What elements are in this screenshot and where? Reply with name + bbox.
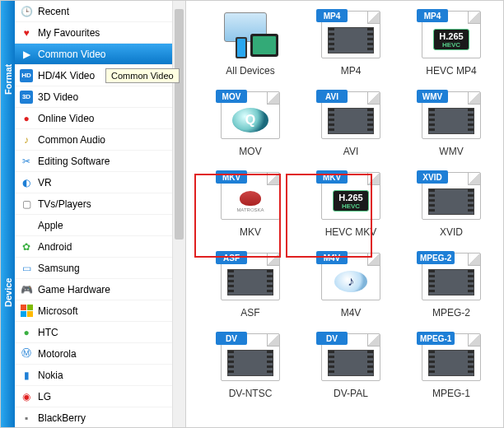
tile-wmv[interactable]: WMVWMV: [410, 91, 492, 157]
tile-label: HEVC MP4: [426, 65, 476, 77]
tile-mp4[interactable]: MP4MP4: [310, 11, 392, 77]
tile-mpeg2[interactable]: MPEG-2MPEG-2: [410, 253, 492, 319]
tile-mpeg1[interactable]: MPEG-1MPEG-1: [410, 333, 492, 399]
sidebar-item-label: LG: [38, 391, 51, 402]
sidebar-scrollbar[interactable]: [172, 1, 185, 427]
dv-ntsc-badge: DV: [216, 332, 247, 345]
format-grid: All DevicesMP4MP4MP4H.265HEVCHEVC MP4MOV…: [186, 1, 503, 409]
content-pane: All DevicesMP4MP4MP4H.265HEVCHEVC MP4MOV…: [186, 1, 503, 427]
blackberry-icon: ▪: [20, 412, 33, 425]
vr-icon: ◐: [20, 176, 33, 189]
tile-xvid[interactable]: XVIDXVID: [410, 172, 492, 238]
mpeg1-thumb: MPEG-1: [422, 333, 481, 381]
sidebar-item-3d-video[interactable]: 3D3D Video: [15, 86, 172, 108]
mkv-thumb: MKVMATROSKA: [221, 172, 280, 220]
sidebar-item-label: Editing Software: [38, 156, 110, 167]
dv-pal-badge: DV: [316, 332, 348, 345]
mov-badge: MOV: [216, 90, 247, 103]
mpeg1-badge: MPEG-1: [417, 332, 455, 345]
tile-dv-pal[interactable]: DVDV-PAL: [310, 333, 392, 399]
tvs-players-icon: ▢: [20, 198, 33, 211]
sidebar-item-samsung[interactable]: ▭Samsung: [15, 258, 172, 279]
tile-label: MOV: [239, 146, 261, 157]
avi-badge: AVI: [316, 90, 348, 103]
sidebar-item-label: BlackBerry: [38, 412, 86, 424]
dv-ntsc-thumb: DV: [221, 333, 280, 381]
sidebar-item-game-hardware[interactable]: 🎮Game Hardware: [15, 279, 172, 300]
sidebar-item-apple[interactable]: Apple: [15, 215, 172, 236]
motorola-icon: Ⓜ: [20, 347, 33, 361]
sidebar-item-label: HTC: [38, 327, 58, 338]
tile-label: All Devices: [226, 65, 274, 77]
sidebar-item-microsoft[interactable]: Microsoft: [15, 300, 172, 322]
sidebar-item-blackberry[interactable]: ▪BlackBerry: [15, 407, 172, 427]
sidebar-item-recent[interactable]: 🕒Recent: [15, 1, 172, 22]
my-favourites-icon: ♥: [20, 26, 33, 40]
sidebar-item-label: Common Audio: [38, 134, 105, 146]
sidebar-item-my-favourites[interactable]: ♥My Favourites: [15, 22, 172, 44]
mpeg2-thumb: MPEG-2: [422, 253, 481, 300]
sidebar-item-label: My Favourites: [38, 27, 100, 39]
online-video-icon: ●: [20, 112, 33, 125]
tile-avi[interactable]: AVIAVI: [310, 91, 392, 157]
tile-label: HEVC MKV: [325, 226, 377, 238]
htc-icon: ●: [20, 326, 33, 339]
tile-label: WMV: [439, 146, 463, 157]
music-note-icon: ♪: [334, 271, 367, 292]
h265-badge-icon: H.265HEVC: [433, 29, 469, 50]
tile-asf[interactable]: ASFASF: [209, 253, 292, 319]
sidebar-item-htc[interactable]: ●HTC: [15, 322, 172, 343]
sidebar-item-tvs-players[interactable]: ▢TVs/Players: [15, 193, 172, 215]
sidebar-item-lg[interactable]: ◉LG: [15, 386, 172, 407]
sidebar-item-label: VR: [38, 177, 52, 188]
recent-icon: 🕒: [20, 5, 33, 18]
tile-label: AVI: [343, 146, 358, 157]
sidebar-item-common-video[interactable]: ▶Common Video: [15, 44, 172, 65]
hevc-mkv-badge: MKV: [316, 170, 348, 184]
tile-mkv[interactable]: MKVMATROSKAMKV: [209, 172, 292, 238]
tile-label: MP4: [341, 65, 362, 77]
sidebar-item-label: Nokia: [38, 370, 63, 381]
tile-hevc-mkv[interactable]: MKVH.265HEVCHEVC MKV: [310, 172, 392, 238]
xvid-badge: XVID: [417, 170, 448, 184]
apple-icon: [20, 219, 33, 232]
mp4-badge: MP4: [316, 9, 348, 22]
asf-badge: ASF: [216, 251, 247, 264]
tile-label: DV-NTSC: [229, 388, 273, 399]
sidebar-item-online-video[interactable]: ●Online Video: [15, 108, 172, 129]
sidebar-device-group: ✂Editing Software◐VR▢TVs/PlayersApple✿An…: [15, 151, 185, 427]
sidebar-item-label: Recent: [38, 6, 69, 17]
tile-all-devices[interactable]: All Devices: [209, 11, 292, 77]
sidebar-item-vr[interactable]: ◐VR: [15, 172, 172, 193]
samsung-icon: ▭: [20, 262, 33, 275]
asf-thumb: ASF: [221, 253, 280, 300]
dv-pal-thumb: DV: [321, 333, 380, 381]
all-devices-thumb: [221, 11, 280, 58]
tile-dv-ntsc[interactable]: DVDV-NTSC: [209, 333, 292, 399]
tile-hevc-mp4[interactable]: MP4H.265HEVCHEVC MP4: [410, 11, 492, 77]
mov-thumb: MOV: [221, 91, 280, 139]
sidebar-item-nokia[interactable]: ▮Nokia: [15, 365, 172, 386]
sidebar-item-editing-software[interactable]: ✂Editing Software: [15, 151, 172, 172]
tile-m4v[interactable]: M4V♪M4V: [310, 253, 392, 319]
hd-4k-video-icon: HD: [20, 69, 33, 82]
microsoft-icon: [20, 305, 33, 318]
sidebar-item-motorola[interactable]: ⓂMotorola: [15, 343, 172, 365]
sidebar-item-label: 3D Video: [38, 91, 78, 103]
common-audio-icon: ♪: [20, 133, 33, 147]
sidebar-item-label: Android: [38, 241, 72, 253]
hevc-mp4-badge: MP4: [417, 9, 448, 22]
rail-format-label: Format: [1, 1, 15, 157]
sidebar-item-label: TVs/Players: [38, 198, 91, 210]
tile-label: MPEG-2: [432, 307, 470, 319]
tile-mov[interactable]: MOVMOV: [209, 91, 292, 157]
sidebar-item-label: Game Hardware: [38, 284, 110, 295]
tile-label: ASF: [240, 307, 259, 319]
tile-label: DV-PAL: [334, 388, 368, 399]
sidebar-item-common-audio[interactable]: ♪Common Audio: [15, 129, 172, 151]
xvid-thumb: XVID: [422, 172, 481, 220]
scrollbar-thumb[interactable]: [175, 9, 184, 240]
sidebar-item-android[interactable]: ✿Android: [15, 236, 172, 258]
hevc-mkv-thumb: MKVH.265HEVC: [321, 172, 380, 220]
android-icon: ✿: [20, 240, 33, 254]
